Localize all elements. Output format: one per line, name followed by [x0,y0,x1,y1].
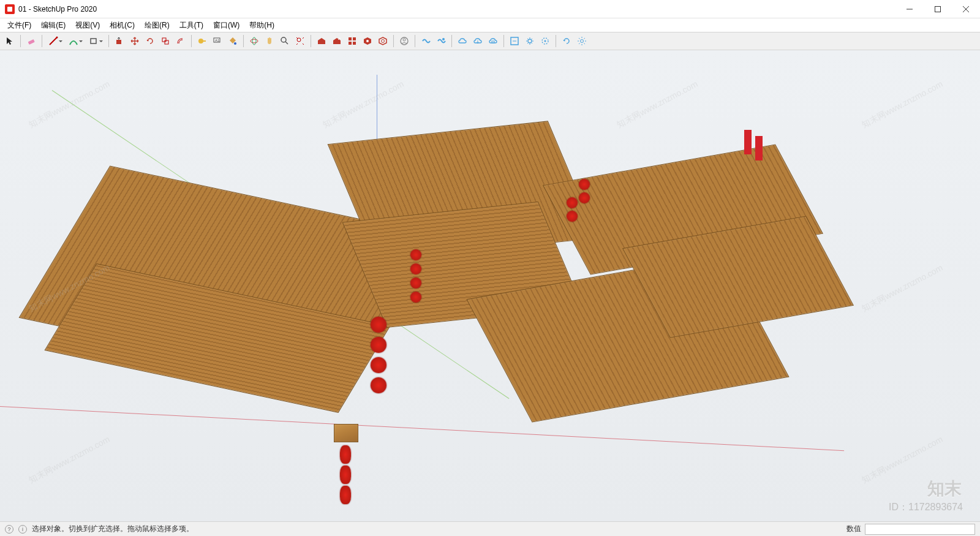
svg-point-13 [252,37,256,45]
menu-draw[interactable]: 绘图(R) [140,19,175,32]
menu-tools[interactable]: 工具(T) [175,19,208,32]
zoom-extents-tool[interactable] [293,34,307,48]
svg-point-23 [403,39,405,41]
svg-rect-19 [353,42,356,45]
eraser-tool[interactable] [24,34,39,48]
minimize-button[interactable] [895,0,924,18]
toolbar-separator [42,35,42,47]
warehouse-red-tool[interactable] [314,34,329,48]
model-id-label: ID：1172893674 [889,501,963,514]
plugin-tool-2[interactable] [434,34,448,48]
signin-button[interactable] [397,34,412,48]
select-tool[interactable] [2,34,17,48]
extension-manager-tool[interactable] [375,34,390,48]
toolbar-separator [503,35,504,47]
toolbar-separator [108,35,109,47]
svg-point-24 [442,38,445,40]
plugin-tool-refresh[interactable] [559,34,574,48]
svg-rect-4 [116,40,121,44]
menu-file[interactable]: 文件(F) [2,19,36,32]
svg-rect-5 [162,38,166,42]
menubar: 文件(F) 编辑(E) 视图(V) 相机(C) 绘图(R) 工具(T) 窗口(W… [0,18,980,32]
statusbar: ? i 选择对象。切换到扩充选择。拖动鼠标选择多项。 数值 [0,521,980,536]
close-button[interactable] [952,0,980,18]
svg-rect-8 [203,40,206,42]
menu-help[interactable]: 帮助(H) [244,19,279,32]
svg-rect-0 [935,7,941,12]
toolbar-separator [451,35,452,47]
svg-point-2 [56,37,58,39]
menu-view[interactable]: 视图(V) [70,19,105,32]
svg-rect-1 [28,39,35,45]
plugin-tool-target[interactable] [538,34,552,48]
svg-point-20 [366,40,369,42]
svg-rect-6 [165,40,168,44]
pan-tool[interactable] [262,34,277,48]
toolbar-separator [311,35,311,47]
svg-point-14 [281,37,286,42]
svg-text:A1: A1 [215,39,220,42]
cloud-tool-1[interactable] [455,34,470,48]
text-tool[interactable]: A1 [210,34,225,48]
orbit-tool[interactable] [247,34,262,48]
pushpull-tool[interactable] [112,34,127,48]
toolbar-separator [243,35,244,47]
tape-tool[interactable] [195,34,209,48]
plugin-tool-gear[interactable] [522,34,537,48]
toolbar-separator [556,35,556,47]
components-tool[interactable] [345,34,360,48]
rotate-tool[interactable] [143,34,157,48]
svg-rect-25 [492,41,494,43]
model-3d [46,105,916,510]
viewport[interactable]: 知末网www.znzmo.com 知末网www.znzmo.com 知末网www… [0,50,980,521]
menu-window[interactable]: 窗口(W) [208,19,244,32]
svg-point-21 [382,40,385,43]
plugin-tool-1[interactable] [418,34,433,48]
paint-tool[interactable] [225,34,240,48]
plugin-tool-settings[interactable] [575,34,589,48]
svg-point-11 [234,42,236,45]
arc-tool[interactable] [66,34,85,48]
status-help-icon[interactable]: ? [5,525,13,534]
line-tool[interactable] [45,34,65,48]
svg-rect-3 [91,39,96,43]
brand-watermark: 知末 [927,477,962,500]
toolbar-separator [393,35,394,47]
svg-point-29 [545,40,546,42]
toolbar-separator [20,35,21,47]
plugin-tool-box[interactable] [507,34,522,48]
shape-tool[interactable] [86,34,105,48]
titlebar: 01 - SketchUp Pro 2020 [0,0,980,18]
svg-point-7 [198,39,203,43]
svg-point-27 [528,39,532,43]
cloud-tool-3[interactable] [486,34,500,48]
svg-rect-17 [353,37,356,40]
toolbar: A1 [0,32,980,50]
offset-tool[interactable] [173,34,188,48]
svg-rect-16 [349,37,352,40]
cloud-tool-2[interactable] [470,34,485,48]
status-hint-text: 选择对象。切换到扩充选择。拖动鼠标选择多项。 [32,524,194,534]
zoom-tool[interactable] [277,34,292,48]
status-info-icon[interactable]: i [18,525,27,534]
window-title: 01 - SketchUp Pro 2020 [18,5,97,13]
toolbar-separator [191,35,192,47]
maximize-button[interactable] [924,0,952,18]
extension-warehouse-tool[interactable] [360,34,375,48]
svg-rect-18 [349,42,352,45]
toolbar-separator [415,35,415,47]
scale-tool[interactable] [158,34,173,48]
svg-point-12 [251,39,258,43]
move-tool[interactable] [127,34,142,48]
menu-camera[interactable]: 相机(C) [105,19,140,32]
measurement-label: 数值 [846,524,861,534]
warehouse-share-tool[interactable] [330,34,344,48]
app-icon [5,4,15,14]
measurement-input[interactable] [865,524,975,535]
svg-point-30 [581,40,584,43]
window-controls [895,0,980,18]
menu-edit[interactable]: 编辑(E) [36,19,70,32]
